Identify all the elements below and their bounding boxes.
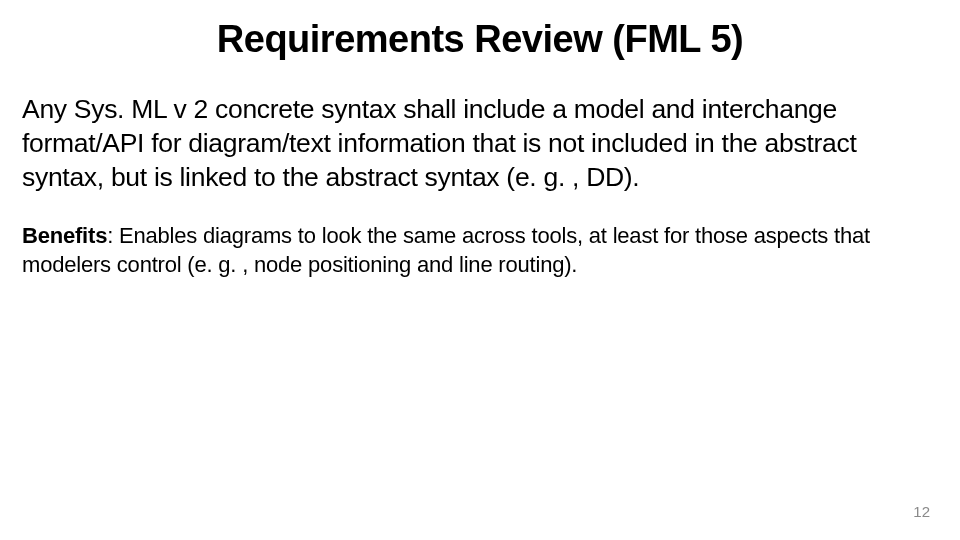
page-number: 12 [913,503,930,520]
slide-container: Requirements Review (FML 5) Any Sys. ML … [0,0,960,540]
benefits-text: : Enables diagrams to look the same acro… [22,223,870,277]
benefits-label: Benefits [22,223,107,248]
slide-body-text: Any Sys. ML v 2 concrete syntax shall in… [22,93,938,195]
slide-title: Requirements Review (FML 5) [22,18,938,61]
benefits-block: Benefits: Enables diagrams to look the s… [22,221,938,279]
